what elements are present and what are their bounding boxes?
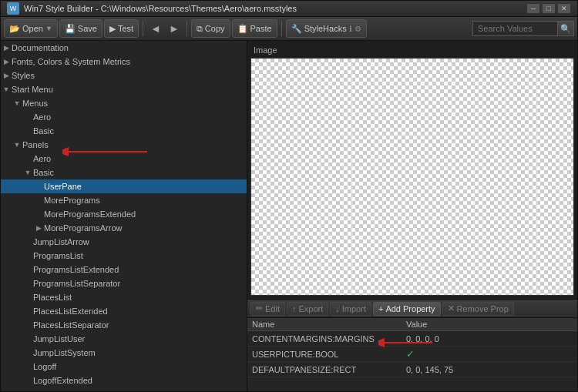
tree-item-programslist[interactable]: ProgramsList [1, 249, 247, 263]
tree-label-moreprogramsarrow: MoreProgramsArrow [44, 223, 122, 233]
tree-toggle-aero-menus [22, 112, 33, 122]
stylehacks-button[interactable]: 🔧 StyleHacks ℹ ⚙ [286, 19, 367, 38]
search-box: 🔍 [472, 21, 574, 36]
tree-item-placeslist[interactable]: PlacesList [1, 290, 247, 304]
tree-item-placeslistseparator[interactable]: PlacesListSeparator [1, 318, 247, 332]
property-name: USERPICTURE:BOOL [247, 347, 402, 362]
tree-toggle-jumplistuser [22, 333, 33, 344]
right-panel: Image ✏ Edit ↑ Export ↓ Import [247, 41, 577, 391]
app-icon: W [7, 2, 19, 15]
tree-item-moreprogramsextended[interactable]: MoreProgramsExtended [1, 207, 247, 221]
property-value: 0, 0, 0, 0 [402, 331, 577, 347]
tree-toggle-programslistextended [22, 264, 33, 275]
forward-button[interactable]: ► [166, 21, 183, 36]
copy-icon: ⧉ [197, 24, 203, 34]
property-row[interactable]: DEFAULTPANESIZE:RECT0, 0, 145, 75 [247, 362, 577, 377]
image-label: Image [250, 44, 574, 56]
tree-item-documentation[interactable]: ▶Documentation [1, 41, 247, 55]
import-button[interactable]: ↓ Import [330, 302, 371, 316]
minimize-button[interactable]: ─ [526, 3, 540, 14]
tree-toggle-panels[interactable]: ▼ [12, 139, 22, 150]
remove-icon: ✕ [448, 303, 455, 313]
tree-toggle-moreprogramsarrow[interactable]: ▶ [33, 223, 44, 233]
tree-item-basic-panels[interactable]: ▼Basic [1, 166, 247, 179]
tree-item-moreprogramsarrow[interactable]: ▶MoreProgramsArrow [1, 221, 247, 235]
tree-toggle-styles[interactable]: ▶ [1, 70, 12, 81]
tree-toggle-basic-menus [22, 126, 33, 136]
copy-button[interactable]: ⧉ Copy [191, 19, 230, 38]
property-row[interactable]: USERPICTURE:BOOL✓ [247, 347, 577, 362]
paste-icon: 📋 [237, 24, 248, 34]
tree-item-jumplistarrow[interactable]: JumpListArrow [1, 235, 247, 249]
name-column-header: Name [247, 318, 402, 331]
tree-label-start-menu: Start Menu [12, 85, 53, 94]
tree-item-placeslistextended[interactable]: PlacesListExtended [1, 304, 247, 318]
tree-item-panels[interactable]: ▼Panels [1, 138, 247, 152]
save-button[interactable]: 💾 Save [59, 19, 102, 38]
tree-toggle-logoffextended [22, 375, 33, 386]
open-button[interactable]: 📂 Open ▼ [4, 19, 58, 38]
maximize-button[interactable]: □ [542, 3, 556, 14]
tree-item-logoffextended[interactable]: LogoffExtended [1, 374, 247, 387]
tree-item-userpane[interactable]: UserPane [1, 179, 247, 193]
tree-item-jumplistsystem[interactable]: JumpListSystem [1, 346, 247, 360]
properties-table: Name Value CONTENTMARGINS:MARGINS0, 0, 0… [247, 318, 577, 391]
tree-toggle-fonts-colors[interactable]: ▶ [1, 56, 12, 67]
search-button[interactable]: 🔍 [557, 21, 574, 36]
property-name: CONTENTMARGINS:MARGINS [247, 331, 402, 347]
back-button[interactable]: ◄ [147, 21, 164, 36]
settings-icon: ⚙ [355, 25, 361, 33]
properties-panel: ✏ Edit ↑ Export ↓ Import + Add Property [247, 299, 577, 391]
tree-item-styles[interactable]: ▶Styles [1, 69, 247, 82]
property-value: 0, 0, 145, 75 [402, 362, 577, 377]
tree-item-moreprogramstab[interactable]: ▶MoreProgramsTab [1, 387, 247, 391]
tree-item-logoff[interactable]: Logoff [1, 360, 247, 374]
tree-toggle-moreprogramsextended [33, 209, 44, 219]
tree-item-start-menu[interactable]: ▼Start Menu [1, 82, 247, 96]
edit-button[interactable]: ✏ Edit [250, 302, 285, 316]
tree-item-aero-menus[interactable]: Aero [1, 110, 247, 124]
tree-toggle-jumplistarrow [22, 236, 33, 247]
tree-item-aero-panels[interactable]: Aero [1, 152, 247, 166]
tree-label-moreprogramsextended: MoreProgramsExtended [44, 209, 136, 219]
tree-label-logoff: Logoff [33, 362, 56, 371]
tree-label-logoffextended: LogoffExtended [33, 376, 92, 385]
open-dropdown-icon: ▼ [45, 25, 52, 32]
close-button[interactable]: ✕ [557, 3, 571, 14]
paste-button[interactable]: 📋 Paste [232, 19, 277, 38]
tree-label-programslist: ProgramsList [33, 251, 83, 260]
add-property-button[interactable]: + Add Property [373, 302, 441, 316]
tree-toggle-menus[interactable]: ▼ [12, 98, 22, 109]
image-area: Image [247, 41, 577, 299]
tree-label-programslistseparator: ProgramsListSeparator [33, 279, 120, 288]
tree-content: ▶Documentation▶Fonts, Colors & System Me… [1, 41, 247, 391]
tree-label-programslistextended: ProgramsListExtended [33, 265, 119, 274]
property-value: ✓ [402, 347, 577, 362]
title-bar: W Win7 Style Builder - C:\Windows\Resour… [1, 1, 577, 17]
tree-toggle-documentation[interactable]: ▶ [1, 42, 12, 53]
test-button[interactable]: ▶ Test [104, 19, 139, 38]
properties-toolbar: ✏ Edit ↑ Export ↓ Import + Add Property [247, 300, 577, 318]
tree-label-basic-menus: Basic [33, 126, 54, 136]
tree-item-programslistextended[interactable]: ProgramsListExtended [1, 263, 247, 276]
property-row[interactable]: CONTENTMARGINS:MARGINS0, 0, 0, 0 [247, 331, 577, 347]
tree-label-placeslistseparator: PlacesListSeparator [33, 320, 109, 330]
tree-item-jumplistuser[interactable]: JumpListUser [1, 332, 247, 346]
tree-item-basic-menus[interactable]: Basic [1, 124, 247, 138]
add-icon: + [378, 304, 383, 313]
separator-2 [187, 21, 187, 36]
export-button[interactable]: ↑ Export [287, 302, 328, 316]
tree-label-userpane: UserPane [44, 182, 82, 191]
tree-item-fonts-colors[interactable]: ▶Fonts, Colors & System Metrics [1, 55, 247, 69]
remove-property-button[interactable]: ✕ Remove Prop [442, 302, 514, 316]
tree-item-menus[interactable]: ▼Menus [1, 96, 247, 110]
search-input[interactable] [472, 21, 557, 36]
info-icon: ℹ [349, 25, 352, 33]
tree-toggle-start-menu[interactable]: ▼ [1, 84, 12, 95]
tree-toggle-moreprogramstab[interactable]: ▶ [22, 389, 33, 391]
tree-item-programslistseparator[interactable]: ProgramsListSeparator [1, 276, 247, 290]
save-icon: 💾 [65, 24, 76, 34]
tree-toggle-basic-panels[interactable]: ▼ [22, 167, 33, 178]
tree-item-moreprograms[interactable]: MorePrograms [1, 193, 247, 207]
tree-toggle-logoff [22, 361, 33, 372]
